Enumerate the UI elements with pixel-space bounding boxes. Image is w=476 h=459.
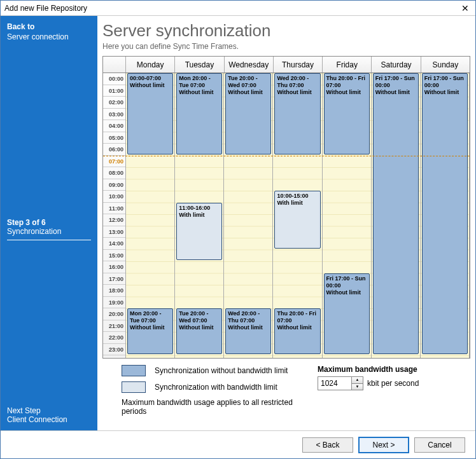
calendar-event[interactable]: Thu 20:00 - Fri 07:00Without limit — [324, 73, 370, 154]
time-slot: 01:00 — [103, 85, 125, 97]
day-header: Wednesday — [225, 57, 274, 72]
back-button[interactable]: < Back — [302, 437, 353, 453]
spinner-down-icon[interactable]: ▼ — [352, 384, 363, 390]
day-header: Sunday — [421, 57, 470, 72]
time-slot: 03:00 — [103, 109, 125, 121]
event-time: Mon 20:00 - Tue 07:00 — [130, 310, 171, 324]
time-slot: 06:00 — [103, 144, 125, 156]
event-time: Fri 17:00 - Sun 00:00 — [375, 75, 416, 89]
legend-withlimit: Synchronization with bandwidth limit — [122, 381, 305, 393]
event-label: Without limit — [130, 324, 171, 331]
legend-nolimit-label: Synchronization without bandwidth limit — [155, 366, 288, 375]
current-step: Step 3 of 6 Synchronization — [7, 218, 91, 240]
day-column[interactable]: Fri 17:00 - Sun 00:00Without limit — [421, 73, 470, 358]
step-name: Synchronization — [7, 227, 91, 236]
calendar-event[interactable]: Wed 20:00 - Thu 07:00Without limit — [225, 308, 271, 354]
calendar-event[interactable]: Tue 20:00 - Wed 07:00Without limit — [225, 73, 271, 154]
day-column[interactable]: Mon 20:00 - Tue 07:00Without limit11:00-… — [175, 73, 224, 358]
time-slot: 15:00 — [103, 250, 125, 262]
main-panel: Server synchronization Here you can defi… — [97, 16, 475, 430]
event-time: Mon 20:00 - Tue 07:00 — [179, 75, 220, 89]
time-axis: 00:0001:0002:0003:0004:0005:0006:0007:00… — [103, 73, 126, 358]
window-title: Add new File Repository — [4, 4, 87, 13]
event-label: Without limit — [375, 89, 416, 96]
calendar-event[interactable]: Fri 17:00 - Sun 00:00Without limit — [373, 73, 419, 354]
next-button[interactable]: Next > — [358, 437, 409, 453]
day-column[interactable]: 00:00-07:00Without limitMon 20:00 - Tue … — [126, 73, 175, 358]
spinner-up-icon[interactable]: ▲ — [352, 377, 363, 384]
calendar-event[interactable]: Mon 20:00 - Tue 07:00Without limit — [127, 308, 173, 354]
time-slot: 17:00 — [103, 273, 125, 285]
legend-note: Maximum bandwidth usage applies to all r… — [122, 398, 305, 416]
day-column[interactable]: Tue 20:00 - Wed 07:00Without limitWed 20… — [224, 73, 273, 358]
next-step-link[interactable]: Next Step Client Connection — [7, 406, 67, 424]
calendar-event[interactable]: 00:00-07:00Without limit — [127, 73, 173, 154]
event-time: Fri 17:00 - Sun 00:00 — [424, 75, 465, 89]
event-label: Without limit — [326, 289, 367, 296]
time-slot: 21:00 — [103, 320, 125, 332]
time-slot: 02:00 — [103, 97, 125, 109]
time-slot: 08:00 — [103, 167, 125, 179]
event-label: Without limit — [130, 82, 171, 89]
day-column[interactable]: Thu 20:00 - Fri 07:00Without limitFri 17… — [323, 73, 372, 358]
time-slot: 00:00 — [103, 73, 125, 85]
event-time: 10:00-15:00 — [277, 193, 318, 200]
time-slot: 18:00 — [103, 285, 125, 297]
calendar-event[interactable]: Mon 20:00 - Tue 07:00Without limit — [176, 73, 222, 154]
event-time: Thu 20:00 - Fri 07:00 — [277, 310, 318, 324]
legend-withlimit-label: Synchronization with bandwidth limit — [155, 383, 277, 392]
event-label: Without limit — [228, 324, 269, 331]
event-time: 11:00-16:00 — [179, 205, 220, 212]
time-slot: 04:00 — [103, 120, 125, 132]
day-column[interactable]: Fri 17:00 - Sun 00:00Without limit — [372, 73, 421, 358]
day-header: Saturday — [372, 57, 421, 72]
bandwidth-unit: kbit per second — [367, 379, 419, 388]
swatch-withlimit-icon — [122, 381, 146, 393]
step-title: Step 3 of 6 — [7, 218, 91, 227]
time-slot: 09:00 — [103, 179, 125, 191]
event-label: Without limit — [179, 324, 220, 331]
bandwidth-input[interactable] — [318, 377, 351, 390]
event-time: Tue 20:00 - Wed 07:00 — [228, 75, 269, 89]
legend-nolimit: Synchronization without bandwidth limit — [122, 365, 305, 376]
titlebar: Add new File Repository ✕ — [1, 1, 475, 16]
time-slot: 11:00 — [103, 203, 125, 215]
page-title: Server synchronization — [102, 21, 470, 41]
event-label: Without limit — [228, 89, 269, 96]
event-label: With limit — [179, 212, 220, 219]
event-label: Without limit — [277, 324, 318, 331]
calendar[interactable]: MondayTuesdayWednesdayThursdayFridaySatu… — [102, 56, 470, 359]
event-time: Wed 20:00 - Thu 07:00 — [228, 310, 269, 324]
wizard-sidebar: Back to Server connection Step 3 of 6 Sy… — [1, 16, 97, 430]
calendar-event[interactable]: 11:00-16:00With limit — [176, 203, 222, 261]
day-column[interactable]: Wed 20:00 - Thu 07:00Without limit10:00-… — [273, 73, 322, 358]
back-target: Server connection — [7, 32, 91, 41]
day-header: Friday — [323, 57, 372, 72]
time-slot: 20:00 — [103, 308, 125, 320]
event-time: Tue 20:00 - Wed 07:00 — [179, 310, 220, 324]
time-slot: 13:00 — [103, 226, 125, 238]
event-label: Without limit — [326, 89, 367, 96]
max-bandwidth-label: Maximum bandwidth usage — [318, 365, 464, 374]
bandwidth-spinner[interactable]: ▲ ▼ — [318, 376, 363, 390]
event-time: 00:00-07:00 — [130, 75, 171, 82]
calendar-event[interactable]: Wed 20:00 - Thu 07:00Without limit — [274, 73, 320, 154]
time-slot: 16:00 — [103, 261, 125, 273]
event-label: Without limit — [179, 89, 220, 96]
time-slot: 12:00 — [103, 214, 125, 226]
calendar-event[interactable]: Fri 17:00 - Sun 00:00Without limit — [324, 273, 370, 355]
cancel-button[interactable]: Cancel — [414, 437, 465, 453]
calendar-event[interactable]: Fri 17:00 - Sun 00:00Without limit — [422, 73, 468, 354]
page-subtitle: Here you can define Sync Time Frames. — [102, 42, 470, 51]
event-label: Without limit — [277, 89, 318, 96]
calendar-event[interactable]: Thu 20:00 - Fri 07:00Without limit — [274, 308, 320, 354]
back-link[interactable]: Back to Server connection — [7, 22, 91, 41]
calendar-event[interactable]: Tue 20:00 - Wed 07:00Without limit — [176, 308, 222, 354]
close-icon[interactable]: ✕ — [459, 3, 472, 13]
day-columns[interactable]: 00:00-07:00Without limitMon 20:00 - Tue … — [126, 73, 470, 358]
calendar-event[interactable]: 10:00-15:00With limit — [274, 191, 320, 249]
swatch-nolimit-icon — [122, 365, 146, 376]
calendar-header: MondayTuesdayWednesdayThursdayFridaySatu… — [103, 57, 470, 73]
next-label: Next Step — [7, 406, 67, 415]
day-header: Monday — [126, 57, 175, 72]
